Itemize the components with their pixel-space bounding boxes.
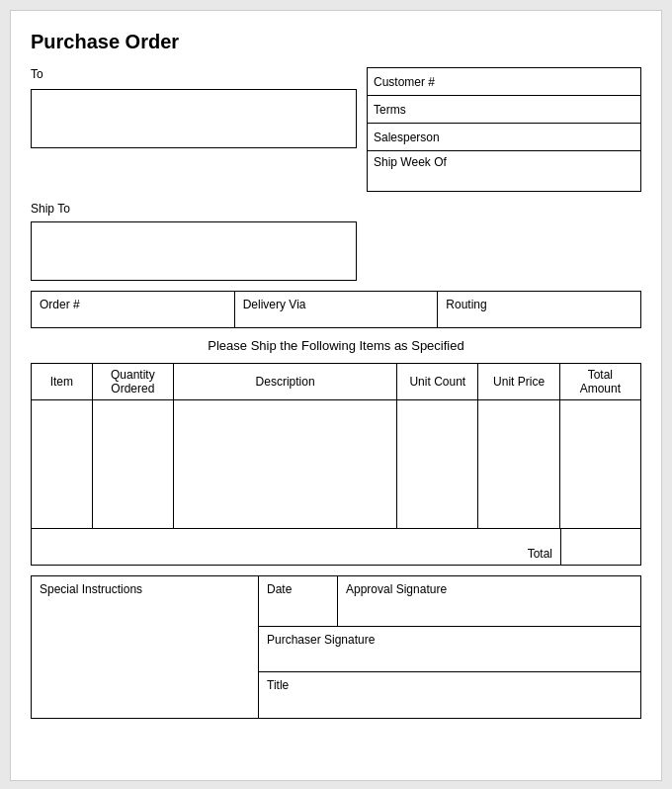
routing-cell[interactable]: Routing (438, 292, 640, 327)
bottom-section: Special Instructions Date Approval Signa… (31, 575, 641, 719)
total-amount-cell[interactable] (559, 400, 640, 529)
customer-field[interactable]: Customer # (368, 68, 640, 96)
order-row: Order # Delivery Via Routing (31, 291, 641, 328)
purchaser-sig-field[interactable]: Purchaser Signature (259, 627, 640, 672)
purchase-order-page: Purchase Order To Customer # Terms Sales… (10, 10, 662, 781)
col-header-qty: Quantity Ordered (92, 364, 173, 400)
ship-to-section: Ship To (31, 202, 641, 281)
table-header-row: Item Quantity Ordered Description Unit C… (32, 364, 641, 400)
qty-cell[interactable] (92, 400, 173, 529)
col-header-unit-count: Unit Count (397, 364, 478, 400)
right-fields-col: Customer # Terms Salesperson Ship Week O… (367, 67, 641, 192)
to-section: To (31, 67, 357, 192)
total-label: Total (32, 529, 561, 565)
col-header-total: Total Amount (559, 364, 640, 400)
unit-count-cell[interactable] (397, 400, 478, 529)
ship-to-label: Ship To (31, 202, 357, 216)
col-header-description: Description (173, 364, 396, 400)
terms-field[interactable]: Terms (368, 96, 640, 124)
items-table: Item Quantity Ordered Description Unit C… (31, 363, 641, 529)
ship-to-address-box[interactable] (31, 221, 357, 281)
center-message: Please Ship the Following Items as Speci… (31, 338, 641, 353)
to-address-box[interactable] (31, 89, 357, 148)
approval-field[interactable]: Approval Signature (338, 576, 640, 626)
order-cell[interactable]: Order # (32, 292, 235, 327)
col-header-unit-price: Unit Price (478, 364, 559, 400)
right-bottom: Date Approval Signature Purchaser Signat… (259, 576, 640, 718)
total-row: Total (31, 529, 641, 566)
description-cell[interactable] (173, 400, 396, 529)
unit-price-cell[interactable] (478, 400, 559, 529)
total-value[interactable] (561, 529, 640, 565)
to-label: To (31, 67, 357, 81)
title-field[interactable]: Title (259, 672, 640, 718)
ship-week-field[interactable]: Ship Week Of (368, 151, 640, 191)
salesperson-field[interactable]: Salesperson (368, 124, 640, 151)
ship-to-left: Ship To (31, 202, 357, 281)
item-cell[interactable] (32, 400, 93, 529)
col-header-item: Item (32, 364, 93, 400)
date-approval-row: Date Approval Signature (259, 576, 640, 627)
table-row[interactable] (32, 400, 641, 529)
date-field[interactable]: Date (259, 576, 338, 626)
page-title: Purchase Order (31, 31, 641, 53)
special-instructions-field: Special Instructions (32, 576, 259, 718)
special-instructions-label: Special Instructions (40, 582, 142, 596)
delivery-cell[interactable]: Delivery Via (235, 292, 439, 327)
top-section: To Customer # Terms Salesperson Ship Wee… (31, 67, 641, 192)
